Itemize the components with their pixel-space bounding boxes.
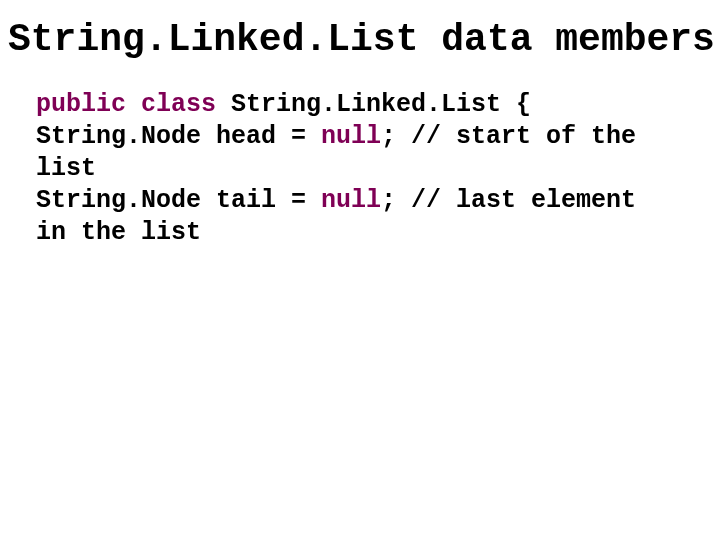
code-line-head: String.Node head = <box>36 122 321 151</box>
keyword-null-1: null <box>321 122 381 151</box>
slide-title: String.Linked.List data members <box>0 0 720 61</box>
class-name: String.Linked.List { <box>231 90 531 119</box>
slide: String.Linked.List data members public c… <box>0 0 720 540</box>
keyword-class: class <box>141 90 216 119</box>
code-block: public class String.Linked.List { String… <box>0 61 676 249</box>
code-line-tail: String.Node tail = <box>36 186 321 215</box>
keyword-public: public <box>36 90 126 119</box>
keyword-null-2: null <box>321 186 381 215</box>
